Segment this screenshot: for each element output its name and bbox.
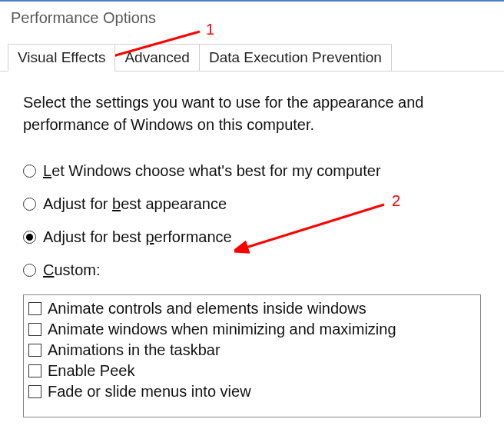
checkbox-icon xyxy=(28,302,41,315)
checkbox-animate-windows[interactable]: Animate windows when minimizing and maxi… xyxy=(24,319,480,340)
checkbox-label: Animations in the taskbar xyxy=(48,341,220,359)
checkbox-icon xyxy=(28,323,41,336)
radio-group: Let Windows choose what's best for my co… xyxy=(23,162,481,279)
radio-icon xyxy=(23,165,36,178)
checkbox-label: Enable Peek xyxy=(48,362,134,380)
radio-icon xyxy=(23,231,36,244)
radio-icon xyxy=(23,264,36,277)
checkbox-icon xyxy=(28,344,41,357)
radio-label: Custom: xyxy=(43,261,100,279)
effects-list[interactable]: Animate controls and elements inside win… xyxy=(23,294,481,417)
radio-icon xyxy=(23,198,36,211)
tab-dep[interactable]: Data Execution Prevention xyxy=(199,44,392,71)
radio-custom[interactable]: Custom: xyxy=(23,261,481,279)
window-title: Performance Options xyxy=(0,0,504,30)
radio-let-windows[interactable]: Let Windows choose what's best for my co… xyxy=(23,162,481,180)
checkbox-fade-menus[interactable]: Fade or slide menus into view xyxy=(24,381,480,402)
instruction-text: Select the settings you want to use for … xyxy=(23,91,481,136)
checkbox-taskbar-animations[interactable]: Animations in the taskbar xyxy=(24,340,480,361)
checkbox-enable-peek[interactable]: Enable Peek xyxy=(24,361,480,381)
checkbox-label: Animate windows when minimizing and maxi… xyxy=(48,321,396,338)
checkbox-icon xyxy=(28,385,41,398)
checkbox-icon xyxy=(28,364,41,377)
radio-label: Adjust for best performance xyxy=(43,228,232,246)
radio-label: Let Windows choose what's best for my co… xyxy=(43,162,381,180)
radio-label: Adjust for best appearance xyxy=(43,195,227,213)
radio-best-appearance[interactable]: Adjust for best appearance xyxy=(23,195,481,213)
tab-visual-effects[interactable]: Visual Effects xyxy=(8,44,115,72)
tab-strip: Visual Effects Advanced Data Execution P… xyxy=(0,44,504,72)
tab-panel-visual-effects: Select the settings you want to use for … xyxy=(0,72,504,417)
checkbox-label: Animate controls and elements inside win… xyxy=(48,300,366,318)
tab-advanced[interactable]: Advanced xyxy=(114,44,200,71)
checkbox-label: Fade or slide menus into view xyxy=(48,383,251,401)
radio-best-performance[interactable]: Adjust for best performance xyxy=(23,228,481,246)
checkbox-animate-controls[interactable]: Animate controls and elements inside win… xyxy=(24,298,480,319)
